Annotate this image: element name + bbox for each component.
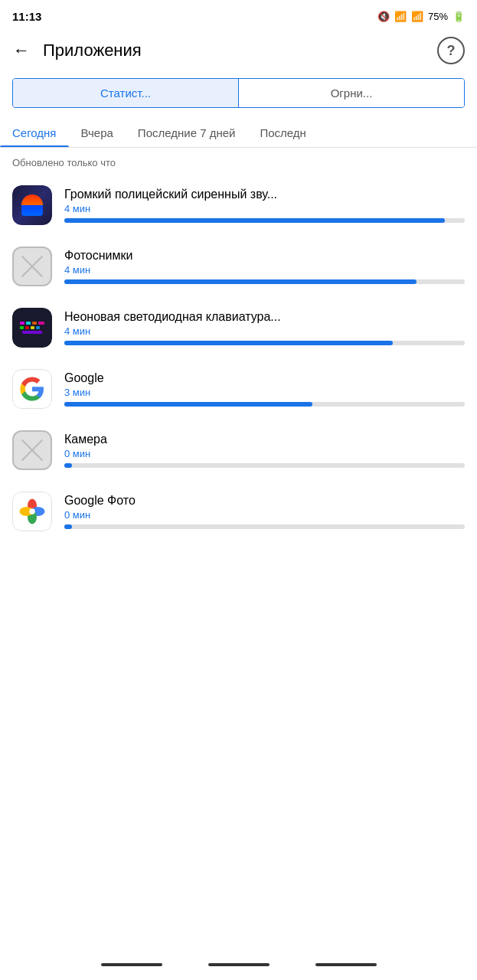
app-icon-camera	[12, 430, 52, 470]
tab-last-period[interactable]: Последн	[247, 120, 318, 147]
mute-icon: 🔇	[377, 11, 390, 22]
page-title: Приложения	[43, 41, 142, 60]
svg-rect-3	[32, 322, 37, 325]
app-list: Громкий полицейский сиренный зву... 4 ми…	[0, 175, 477, 542]
list-item[interactable]: Камера 0 мин	[12, 420, 465, 481]
status-bar: 11:13 🔇 📶 📶 75% 🔋	[0, 0, 477, 29]
help-button[interactable]: ?	[437, 37, 465, 64]
svg-rect-2	[26, 322, 31, 325]
tab-yesterday[interactable]: Вчера	[69, 120, 126, 147]
tab-statistics[interactable]: Статист...	[13, 79, 239, 107]
svg-rect-1	[20, 322, 25, 325]
app-name: Фотоснимки	[64, 249, 465, 263]
app-name: Google	[64, 371, 465, 385]
wifi-icon: 📶	[394, 11, 407, 22]
svg-rect-4	[38, 322, 44, 325]
app-icon-keyboard	[12, 308, 52, 348]
battery-icon: 🔋	[452, 11, 465, 22]
tab-toggle: Статист... Огрни...	[12, 78, 465, 108]
period-tabs: Сегодня Вчера Последние 7 дней Последн	[0, 108, 477, 148]
tab-today[interactable]: Сегодня	[0, 120, 69, 147]
app-time: 4 мин	[64, 264, 465, 276]
svg-rect-5	[20, 326, 24, 329]
app-name: Неоновая светодиодная клавиатура...	[64, 310, 465, 324]
list-item[interactable]: Фотоснимки 4 мин	[12, 236, 465, 297]
app-time: 0 мин	[64, 448, 465, 459]
nav-bar	[0, 952, 477, 980]
progress-bar-fill	[64, 402, 312, 407]
app-name: Камера	[64, 433, 465, 446]
app-time: 3 мин	[64, 387, 465, 398]
app-icon-photos	[12, 247, 52, 286]
battery-text: 75%	[428, 11, 448, 22]
list-item[interactable]: Google 3 мин	[12, 358, 465, 420]
app-time: 4 мин	[64, 203, 465, 214]
progress-bar-bg	[64, 341, 465, 345]
progress-bar-fill	[64, 279, 417, 284]
progress-bar-bg	[64, 463, 465, 468]
svg-rect-6	[25, 326, 29, 329]
status-icons: 🔇 📶 📶 75% 🔋	[377, 11, 465, 22]
app-icon-gphotos	[12, 492, 52, 531]
tab-restrictions[interactable]: Огрни...	[239, 79, 464, 107]
nav-pill-back	[101, 963, 162, 966]
app-icon-siren	[12, 185, 52, 225]
signal-icon: 📶	[411, 11, 423, 22]
header: ← Приложения ?	[0, 29, 477, 72]
progress-bar-fill	[64, 341, 393, 345]
svg-rect-7	[31, 326, 34, 329]
progress-bar-fill	[64, 463, 72, 468]
back-arrow-icon: ←	[13, 41, 30, 60]
app-name: Google Фото	[64, 494, 465, 508]
updated-text: Обновлено только что	[0, 148, 477, 175]
help-icon: ?	[447, 43, 456, 59]
progress-bar-bg	[64, 402, 465, 407]
svg-point-14	[29, 508, 35, 514]
list-item[interactable]: Неоновая светодиодная клавиатура... 4 ми…	[12, 297, 465, 358]
back-button[interactable]: ←	[6, 35, 37, 66]
progress-bar-bg	[64, 279, 465, 284]
svg-rect-9	[22, 331, 42, 334]
app-name: Громкий полицейский сиренный зву...	[64, 188, 465, 201]
progress-bar-bg	[64, 218, 465, 223]
progress-bar-fill	[64, 218, 445, 223]
list-item[interactable]: Google Фото 0 мин	[12, 481, 465, 542]
nav-pill-recents	[315, 963, 377, 966]
progress-bar-fill	[64, 524, 72, 529]
nav-pill-home	[208, 963, 270, 966]
list-item[interactable]: Громкий полицейский сиренный зву... 4 ми…	[12, 175, 465, 236]
progress-bar-bg	[64, 524, 465, 529]
tab-last7days[interactable]: Последние 7 дней	[126, 120, 248, 147]
app-time: 0 мин	[64, 509, 465, 521]
app-time: 4 мин	[64, 325, 465, 337]
app-icon-google	[12, 369, 52, 409]
svg-rect-8	[36, 326, 40, 329]
status-time: 11:13	[12, 10, 41, 23]
